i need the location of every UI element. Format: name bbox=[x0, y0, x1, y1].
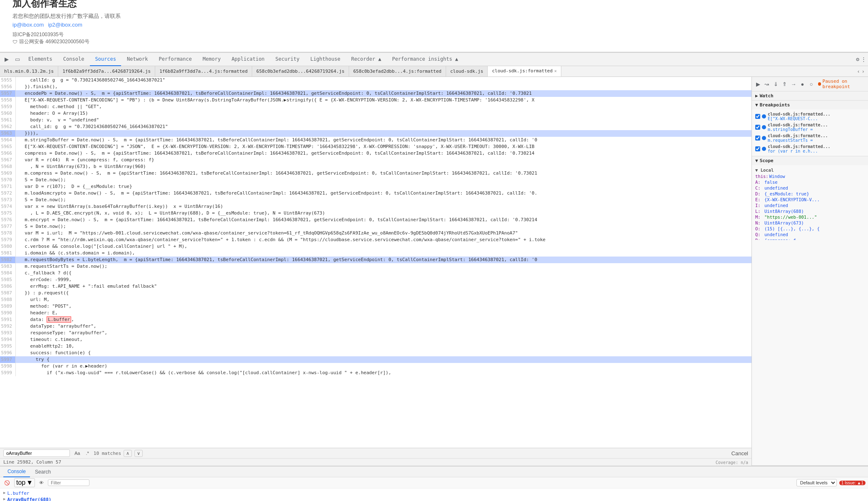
paused-dot bbox=[818, 82, 821, 86]
line-number-5959: 5959 bbox=[0, 104, 16, 110]
scope-label: Scope bbox=[760, 158, 774, 163]
step-out-btn[interactable]: ⇑ bbox=[781, 79, 788, 89]
line-text-5961: body: v, v = "undefined" bbox=[19, 117, 99, 123]
step-btn[interactable]: → bbox=[790, 79, 797, 89]
breakpoint-checkbox-3[interactable] bbox=[755, 136, 760, 141]
scope-var: I:undefined bbox=[755, 202, 865, 208]
breakpoint-checkbox-1[interactable] bbox=[755, 114, 760, 119]
devtools-settings-icon[interactable]: ⚙ bbox=[856, 56, 859, 62]
bp-dot-2 bbox=[762, 125, 766, 129]
record-info: 琼ICP备2021003935号 bbox=[12, 31, 856, 38]
tab-sources[interactable]: Sources bbox=[90, 53, 121, 66]
code-line-5965: 5965 E["X-WX-REQUEST-CONTENT-ENCODING"] … bbox=[0, 143, 751, 150]
scope-value: Window bbox=[769, 174, 785, 179]
breakpoints-label: Breakpoints bbox=[760, 102, 790, 108]
tab-security[interactable]: Security bbox=[270, 53, 305, 66]
resume-btn[interactable]: ▶ bbox=[754, 79, 761, 89]
console-entry-1: ▶ L.buffer bbox=[3, 490, 865, 496]
console-toolbar: 🚫 top ▼ 👁 Default levels 1 Issue: ▲1 bbox=[0, 477, 868, 489]
breakpoints-content: cloud-sdk.js:formatted... E["X-WX-REQUES… bbox=[752, 109, 868, 156]
breakpoint-checkbox-4[interactable] bbox=[755, 146, 760, 151]
source-tab-1[interactable]: 1f6b82a9ff3dd7a...64268719264.js bbox=[58, 66, 155, 77]
line-info: Line 25982, Column 57 bbox=[0, 458, 751, 466]
line-text-5959: method: c.method || "GET", bbox=[19, 104, 102, 110]
code-line-5984: 5984 c._fallback ? d({ bbox=[0, 270, 751, 276]
line-number-5975: 5975 bbox=[0, 210, 16, 217]
source-tab-cloudsdk[interactable]: cloud-sdk.js bbox=[446, 66, 488, 77]
line-text-5956: }).finish(), bbox=[19, 84, 58, 90]
source-tab-3[interactable]: 658c0b3efad2dbb...64268719264.js bbox=[252, 66, 349, 77]
code-line-5964: 5964 m.stringToBuffer = Date.now() - S, … bbox=[0, 137, 751, 143]
step-over-btn[interactable]: ↝ bbox=[763, 79, 770, 89]
find-word-btn[interactable]: .* bbox=[84, 450, 91, 457]
scope-vars: this:WindowA:falseC:undefinedD:{_esModul… bbox=[755, 173, 865, 240]
console-level-select[interactable]: Default levels bbox=[796, 479, 837, 486]
top-dropdown[interactable]: top ▼ bbox=[14, 478, 35, 487]
find-close-btn[interactable]: Cancel bbox=[732, 450, 748, 457]
console-tab[interactable]: Console bbox=[3, 466, 30, 477]
local-label: ▼ Local bbox=[755, 167, 865, 173]
watch-header[interactable]: ▶ Watch bbox=[752, 91, 868, 100]
tab-lighthouse[interactable]: Lighthouse bbox=[305, 53, 345, 66]
tab-recorder[interactable]: Recorder ▲ bbox=[346, 53, 386, 66]
code-line-5980: 5980 c.verbose && console.log("[cloud.ca… bbox=[0, 243, 751, 250]
line-number-5971: 5971 bbox=[0, 183, 16, 190]
console-filter-input[interactable] bbox=[48, 479, 89, 486]
source-tab-cloudsdk-formatted[interactable]: cloud-sdk.js:formatted ✕ bbox=[488, 66, 561, 77]
clear-console-btn[interactable]: 🚫 bbox=[2, 480, 12, 486]
issue-badge: 1 Issue: ▲1 bbox=[839, 481, 866, 485]
tab-performance[interactable]: Performance bbox=[154, 53, 197, 66]
creator-email2[interactable]: ip2@ibox.com bbox=[48, 22, 82, 28]
line-text-5968: , N = Uint8Array(673), b = Uint8Array(96… bbox=[19, 163, 146, 170]
inspect-button[interactable]: ▶ bbox=[2, 54, 12, 64]
scope-key: R: bbox=[755, 238, 764, 240]
line-text-5972: m.loadAsmcrypto = Date.now() - S, m = {a… bbox=[19, 190, 537, 197]
pause-exceptions-btn[interactable]: ○ bbox=[808, 79, 815, 89]
line-text-5985: errCode: -9999, bbox=[19, 276, 72, 283]
find-input[interactable] bbox=[3, 449, 70, 457]
line-text-5984: c._fallback ? d({ bbox=[19, 270, 72, 276]
tab-performance-insights[interactable]: Performance insights ▲ bbox=[387, 53, 463, 66]
code-line-5992: 5992 dataType: "arraybuffer", bbox=[0, 323, 751, 330]
scope-value: {_esModule: true} bbox=[764, 191, 809, 196]
tab-console[interactable]: Console bbox=[58, 53, 89, 66]
breakpoint-checkbox-2[interactable] bbox=[755, 125, 760, 130]
scope-var: M:"https://web-001..." bbox=[755, 214, 865, 220]
scope-value: Uint8Array(688) bbox=[764, 209, 804, 214]
find-case-btn[interactable]: Aa bbox=[72, 450, 82, 457]
eye-btn[interactable]: 👁 bbox=[37, 480, 45, 486]
line-number-5972: 5972 bbox=[0, 190, 16, 197]
watch-label: Watch bbox=[760, 93, 774, 99]
tab-network[interactable]: Network bbox=[122, 53, 153, 66]
code-line-5959: 5959 method: c.method || "GET", bbox=[0, 104, 751, 110]
source-tab-4[interactable]: 658c0b3efad2dbb...4.js:formatted bbox=[349, 66, 446, 77]
scope-header[interactable]: ▼ Scope bbox=[752, 156, 868, 165]
code-content[interactable]: 5955 callId: g g = "0.7302143680502746_1… bbox=[0, 77, 751, 448]
line-text-5999: if ("x-nws-log-uuid" === r.toLowerCase()… bbox=[19, 370, 391, 376]
step-into-btn[interactable]: ⇓ bbox=[772, 79, 779, 89]
scope-value: undefined bbox=[764, 185, 788, 190]
icp-record[interactable]: 琼ICP备2021003935号 bbox=[12, 31, 64, 38]
code-line-5970: 5970 S = Date.now(); bbox=[0, 177, 751, 183]
debugger-panel: ▶ ↝ ⇓ ⇑ → ● ○ Paused on breakpoint ▶ Wat… bbox=[751, 77, 868, 466]
scope-key: D: bbox=[755, 191, 764, 196]
breakpoints-header[interactable]: ▼ Breakpoints bbox=[752, 101, 868, 109]
deactivate-bp-btn[interactable]: ● bbox=[799, 79, 806, 89]
source-tab-scroll-right[interactable]: › bbox=[862, 69, 865, 74]
tab-memory[interactable]: Memory bbox=[198, 53, 226, 66]
creator-section: 加入创作者生态 若您和您的团队想发行推广数字藏品，请联系 ip@ibox.com… bbox=[0, 0, 868, 52]
device-button[interactable]: ▭ bbox=[12, 54, 22, 64]
tab-elements[interactable]: Elements bbox=[23, 53, 57, 66]
search-tab[interactable]: Search bbox=[31, 466, 55, 477]
source-tab-2[interactable]: 1f6b82a9ff3dd7a...4.js:formatted bbox=[155, 66, 252, 77]
source-tab-close-icon[interactable]: ✕ bbox=[554, 69, 557, 73]
code-line-5974: 5974 var x = new Uint8Array(s.base64ToAr… bbox=[0, 203, 751, 210]
source-tab-hls[interactable]: hls.min.0.13.2m.js bbox=[0, 66, 58, 77]
devtools-overflow-icon[interactable]: ⋮ bbox=[861, 56, 866, 62]
tab-application[interactable]: Application bbox=[226, 53, 269, 66]
source-tab-scroll-left[interactable]: ‹ bbox=[857, 69, 860, 74]
find-prev-btn[interactable]: ∧ bbox=[124, 450, 132, 457]
creator-email1[interactable]: ip@ibox.com bbox=[12, 22, 44, 28]
find-next-btn[interactable]: ∨ bbox=[134, 450, 143, 457]
devtools-panel: ▶ ▭ Elements Console Sources Network Per… bbox=[0, 52, 868, 466]
